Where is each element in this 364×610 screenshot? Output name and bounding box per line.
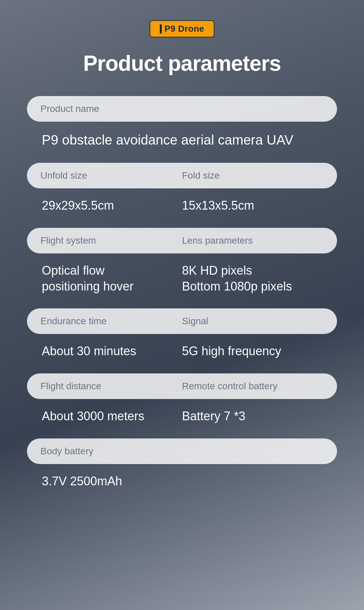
flight-battery-section: Flight distance Remote control battery A…	[27, 373, 337, 435]
endurance-time-value: About 30 minutes	[42, 343, 182, 359]
product-name-header: Product name	[27, 96, 337, 122]
endurance-time-label: Endurance time	[40, 316, 182, 327]
flight-distance-label: Flight distance	[40, 381, 182, 392]
body-battery-label: Body battery	[40, 446, 324, 457]
product-name-section: Product name P9 obstacle avoidance aeria…	[27, 96, 337, 159]
remote-battery-label: Remote control battery	[182, 381, 324, 392]
size-header: Unfold size Fold size	[27, 163, 337, 188]
flight-lens-header: Flight system Lens parameters	[27, 228, 337, 253]
body-battery-section: Body battery 3.7V 2500mAh	[27, 438, 337, 500]
page-title: Product parameters	[83, 51, 281, 76]
flight-distance-value: About 3000 meters	[42, 408, 182, 424]
flight-system-label: Flight system	[40, 235, 182, 246]
brand-badge: P9 Drone	[150, 20, 214, 37]
signal-value: 5G high frequency	[182, 343, 322, 359]
lens-params-label: Lens parameters	[182, 235, 324, 246]
flight-battery-value-row: About 3000 meters Battery 7 *3	[27, 399, 337, 435]
fold-size-value: 15x13x5.5cm	[182, 198, 322, 214]
remote-battery-value: Battery 7 *3	[182, 408, 322, 424]
endurance-signal-section: Endurance time Signal About 30 minutes 5…	[27, 308, 337, 370]
body-battery-value: 3.7V 2500mAh	[42, 474, 322, 489]
body-battery-value-row: 3.7V 2500mAh	[27, 464, 337, 500]
flight-lens-section: Flight system Lens parameters Optical fl…	[27, 228, 337, 305]
signal-label: Signal	[182, 316, 324, 327]
endurance-signal-value-row: About 30 minutes 5G high frequency	[27, 334, 337, 370]
size-section: Unfold size Fold size 29x29x5.5cm 15x13x…	[27, 163, 337, 224]
product-name-value-row: P9 obstacle avoidance aerial camera UAV	[27, 122, 337, 159]
product-name-value: P9 obstacle avoidance aerial camera UAV	[42, 131, 322, 149]
product-name-label: Product name	[40, 103, 324, 114]
flight-battery-header: Flight distance Remote control battery	[27, 373, 337, 399]
unfold-size-value: 29x29x5.5cm	[42, 198, 182, 214]
fold-size-label: Fold size	[182, 170, 324, 181]
lens-params-value: 8K HD pixels Bottom 1080p pixels	[182, 263, 322, 295]
params-container: Product name P9 obstacle avoidance aeria…	[27, 96, 337, 504]
body-battery-header: Body battery	[27, 438, 337, 464]
flight-system-value: Optical flow positioning hover	[42, 263, 182, 295]
flight-lens-value-row: Optical flow positioning hover 8K HD pix…	[27, 253, 337, 305]
brand-name: P9 Drone	[164, 24, 204, 34]
size-value-row: 29x29x5.5cm 15x13x5.5cm	[27, 188, 337, 224]
unfold-size-label: Unfold size	[40, 170, 182, 181]
endurance-signal-header: Endurance time Signal	[27, 308, 337, 334]
badge-bar	[160, 24, 162, 34]
